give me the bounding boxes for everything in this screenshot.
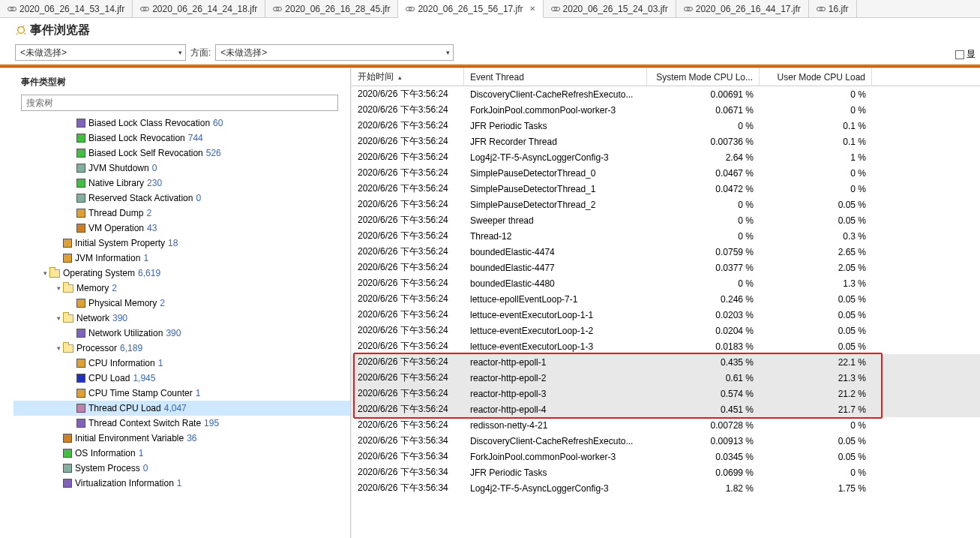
tree-row[interactable]: Reserved Stack Activation0	[13, 191, 350, 206]
search-input[interactable]	[21, 95, 338, 111]
tree-row[interactable]: Network Utilization390	[13, 326, 350, 341]
tree-row[interactable]: Biased Lock Revocation744	[13, 131, 350, 146]
cell: 0.05 %	[760, 310, 872, 320]
tree-row[interactable]: JVM Information1	[13, 251, 350, 266]
tree-label: Biased Lock Class Revocation	[88, 116, 210, 131]
cell: 0.435 %	[647, 357, 760, 368]
table-row[interactable]: 2020/6/26 下午3:56:24boundedElastic-44740.…	[352, 244, 980, 260]
table-row[interactable]: 2020/6/26 下午3:56:34Log4j2-TF-5-AsyncLogg…	[352, 480, 980, 496]
table-row[interactable]: 2020/6/26 下午3:56:24ForkJoinPool.commonPo…	[352, 102, 980, 118]
table-row[interactable]: 2020/6/26 下午3:56:24DiscoveryClient-Cache…	[352, 86, 980, 102]
expand-icon[interactable]: ▾	[40, 266, 49, 281]
table-row[interactable]: 2020/6/26 下午3:56:24reactor-http-epoll-40…	[352, 401, 980, 417]
table-row[interactable]: 2020/6/26 下午3:56:34ForkJoinPool.commonPo…	[352, 449, 980, 464]
cell: 0 %	[647, 215, 760, 226]
table-row[interactable]: 2020/6/26 下午3:56:24lettuce-eventExecutor…	[352, 338, 980, 354]
col-start-time[interactable]: 开始时间 ▴	[352, 68, 464, 86]
table-row[interactable]: 2020/6/26 下午3:56:24reactor-http-epoll-10…	[352, 354, 980, 370]
tree-row[interactable]: JVM Shutdown0	[13, 161, 350, 176]
link-icon	[684, 6, 693, 12]
tree-row[interactable]: VM Operation43	[13, 221, 350, 236]
expand-icon[interactable]: ▾	[54, 311, 63, 326]
table-row[interactable]: 2020/6/26 下午3:56:34JFR Periodic Tasks0.0…	[352, 464, 980, 480]
cell: 2020/6/26 下午3:56:24	[352, 182, 464, 195]
tree-row[interactable]: ▾Processor6,189	[13, 341, 350, 356]
tree-row[interactable]: Initial System Property18	[13, 236, 350, 251]
tree-row[interactable]: Native Library230	[13, 176, 350, 191]
tree-row[interactable]: Physical Memory2	[13, 296, 350, 311]
tree-row[interactable]: Thread Context Switch Rate195	[13, 416, 350, 431]
tab[interactable]: 16.jfr	[809, 0, 857, 17]
col-event-thread[interactable]: Event Thread	[464, 68, 647, 86]
cell: 0.05 %	[760, 436, 872, 446]
display-toggle[interactable]: 显	[955, 48, 976, 61]
filter-bar: <未做选择> ▾ 方面: <未做选择> ▾ 显	[0, 41, 980, 65]
table-row[interactable]: 2020/6/26 下午3:56:24boundedElastic-44800 …	[352, 275, 980, 291]
cell: reactor-http-epoll-3	[464, 389, 647, 399]
cell: 1.3 %	[760, 278, 872, 289]
cell: SimplePauseDetectorThread_2	[464, 200, 647, 210]
table-row[interactable]: 2020/6/26 下午3:56:24SimplePauseDetectorTh…	[352, 165, 980, 181]
tree-row[interactable]: ▾Operating System6,619	[13, 266, 350, 281]
tab[interactable]: 2020_06_26_14_24_18.jfr	[133, 0, 265, 17]
tree-row[interactable]: Biased Lock Class Revocation60	[13, 116, 350, 131]
tab[interactable]: 2020_06_26_15_24_03.jfr	[544, 0, 676, 17]
right-panel: 开始时间 ▴ Event Thread System Mode CPU Lo..…	[351, 68, 980, 538]
close-icon[interactable]: ✕	[529, 5, 535, 13]
col-user-cpu[interactable]: User Mode CPU Load	[760, 68, 872, 86]
cell: 0.0204 %	[647, 326, 760, 336]
table-body[interactable]: 2020/6/26 下午3:56:24DiscoveryClient-Cache…	[352, 86, 980, 538]
tree-row[interactable]: System Process0	[13, 461, 350, 476]
filter-combo-2[interactable]: <未做选择> ▾	[215, 44, 454, 61]
table-row[interactable]: 2020/6/26 下午3:56:24reactor-http-epoll-30…	[352, 386, 980, 401]
table-row[interactable]: 2020/6/26 下午3:56:34DiscoveryClient-Cache…	[352, 433, 980, 449]
tree-row[interactable]: Initial Environment Variable36	[13, 431, 350, 446]
tree-count: 1	[139, 446, 144, 461]
table-row[interactable]: 2020/6/26 下午3:56:24SimplePauseDetectorTh…	[352, 181, 980, 197]
table-row[interactable]: 2020/6/26 下午3:56:24boundedElastic-44770.…	[352, 260, 980, 275]
table-row[interactable]: 2020/6/26 下午3:56:24redisson-netty-4-210.…	[352, 417, 980, 433]
tree-row[interactable]: CPU Load1,945	[13, 371, 350, 386]
tab[interactable]: 2020_06_26_15_56_17.jfr✕	[398, 0, 543, 18]
tab[interactable]: 2020_06_26_16_44_17.jfr	[676, 0, 809, 17]
tree-count: 0	[152, 161, 157, 176]
table-row[interactable]: 2020/6/26 下午3:56:24lettuce-epollEventLoo…	[352, 291, 980, 307]
tree-count: 1	[196, 386, 201, 401]
tab[interactable]: 2020_06_26_14_53_14.jfr	[0, 0, 133, 17]
col-system-cpu[interactable]: System Mode CPU Lo...	[647, 68, 760, 86]
expand-icon[interactable]: ▾	[54, 281, 63, 296]
table-row[interactable]: 2020/6/26 下午3:56:24reactor-http-epoll-20…	[352, 370, 980, 386]
tree-row[interactable]: CPU Time Stamp Counter1	[13, 386, 350, 401]
table-row[interactable]: 2020/6/26 下午3:56:24Thread-120 %0.3 %	[352, 228, 980, 244]
table-row[interactable]: 2020/6/26 下午3:56:24Sweeper thread0 %0.05…	[352, 212, 980, 228]
tree-row[interactable]: OS Information1	[13, 446, 350, 461]
tree-row[interactable]: Biased Lock Self Revocation526	[13, 146, 350, 161]
category-icon	[76, 149, 85, 158]
filter-combo-1[interactable]: <未做选择> ▾	[15, 44, 186, 61]
tab-label: 16.jfr	[829, 4, 849, 14]
table-row[interactable]: 2020/6/26 下午3:56:24Log4j2-TF-5-AsyncLogg…	[352, 149, 980, 165]
link-icon	[140, 6, 149, 12]
cell: 2020/6/26 下午3:56:24	[352, 198, 464, 211]
cell: 0.574 %	[647, 389, 760, 399]
cell: 2.64 %	[647, 152, 760, 163]
tab[interactable]: 2020_06_26_16_28_45.jfr	[265, 0, 398, 17]
expand-icon[interactable]: ▾	[54, 341, 63, 356]
cell: 0.1 %	[760, 137, 872, 147]
link-icon	[551, 6, 560, 12]
tree-row[interactable]: Virtualization Information1	[13, 476, 350, 491]
cell: 2.65 %	[760, 247, 872, 257]
tree-row[interactable]: ▾Memory2	[13, 281, 350, 296]
table-row[interactable]: 2020/6/26 下午3:56:24JFR Periodic Tasks0 %…	[352, 118, 980, 134]
tree-row[interactable]: Thread Dump2	[13, 206, 350, 221]
table-row[interactable]: 2020/6/26 下午3:56:24SimplePauseDetectorTh…	[352, 197, 980, 212]
cell: JFR Periodic Tasks	[464, 467, 647, 478]
table-row[interactable]: 2020/6/26 下午3:56:24lettuce-eventExecutor…	[352, 307, 980, 323]
tree-row[interactable]: CPU Information1	[13, 356, 350, 371]
table-row[interactable]: 2020/6/26 下午3:56:24JFR Recorder Thread0.…	[352, 134, 980, 149]
cell: 0 %	[760, 184, 872, 194]
table-row[interactable]: 2020/6/26 下午3:56:24lettuce-eventExecutor…	[352, 323, 980, 338]
tree-row[interactable]: ▾Network390	[13, 311, 350, 326]
tab-label: 2020_06_26_15_24_03.jfr	[563, 4, 668, 14]
tree-row[interactable]: Thread CPU Load4,047	[13, 401, 350, 416]
